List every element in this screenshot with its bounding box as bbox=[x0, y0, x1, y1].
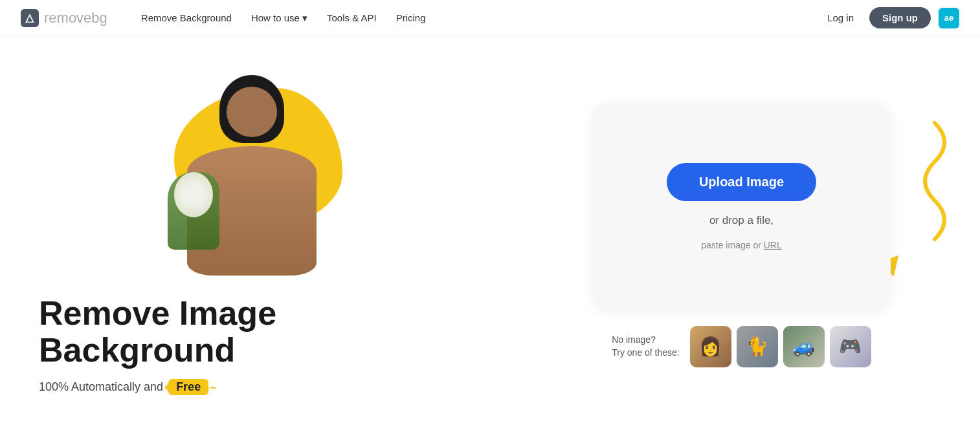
upload-section: Upload Image or drop a file, paste image… bbox=[503, 78, 980, 393]
signup-button[interactable]: Sign up bbox=[869, 7, 931, 28]
sample-thumb-2-icon: 🐈 bbox=[746, 336, 768, 357]
upload-card: Upload Image or drop a file, paste image… bbox=[593, 103, 891, 310]
nav-link-tools-api[interactable]: Tools & API bbox=[319, 8, 384, 27]
sample-thumbs: 👩 🐈 🚙 🎮 bbox=[690, 326, 871, 367]
sample-thumb-1-icon: 👩 bbox=[699, 336, 722, 357]
drop-text: or drop a file, bbox=[709, 214, 774, 227]
logo-icon bbox=[21, 9, 39, 27]
nav-link-remove-background[interactable]: Remove Background bbox=[133, 8, 239, 27]
figure-face bbox=[227, 87, 277, 137]
squiggle-decoration bbox=[883, 116, 961, 259]
sample-thumb-1[interactable]: 👩 bbox=[690, 326, 731, 367]
chevron-down-icon: ▾ bbox=[302, 12, 307, 24]
url-link[interactable]: URL bbox=[764, 240, 782, 250]
sample-thumb-4-icon: 🎮 bbox=[839, 336, 862, 357]
sample-thumb-4[interactable]: 🎮 bbox=[830, 326, 871, 367]
avatar[interactable]: ae bbox=[939, 8, 959, 28]
logo[interactable]: removebg bbox=[21, 9, 107, 27]
nav-right: Log in Sign up ae bbox=[819, 7, 959, 28]
paste-text: paste image or URL bbox=[701, 240, 782, 250]
hero-subtext: 100% Automatically and Free bbox=[39, 379, 464, 395]
nav-link-pricing[interactable]: Pricing bbox=[388, 8, 434, 27]
samples-label: No image? Try one of these: bbox=[612, 334, 680, 359]
free-badge: Free bbox=[168, 379, 208, 395]
navbar: removebg Remove Background How to use ▾ … bbox=[0, 0, 980, 36]
sample-thumb-3-icon: 🚙 bbox=[792, 336, 815, 357]
upload-button[interactable]: Upload Image bbox=[667, 163, 816, 201]
hero-heading: Remove Image Background bbox=[39, 295, 464, 369]
main-content: Remove Image Background 100% Automatical… bbox=[0, 36, 980, 434]
samples-row: No image? Try one of these: 👩 🐈 🚙 🎮 bbox=[612, 326, 871, 367]
hero-section: Remove Image Background 100% Automatical… bbox=[0, 49, 503, 421]
logo-text: removebg bbox=[44, 10, 107, 27]
hero-figure bbox=[161, 75, 342, 276]
login-button[interactable]: Log in bbox=[819, 8, 862, 27]
nav-links: Remove Background How to use ▾ Tools & A… bbox=[133, 8, 819, 28]
sample-thumb-3[interactable]: 🚙 bbox=[783, 326, 825, 367]
figure-flowers bbox=[168, 172, 219, 250]
nav-link-how-to-use[interactable]: How to use ▾ bbox=[243, 8, 315, 28]
hero-image-wrapper bbox=[142, 75, 362, 276]
sample-thumb-2[interactable]: 🐈 bbox=[737, 326, 778, 367]
